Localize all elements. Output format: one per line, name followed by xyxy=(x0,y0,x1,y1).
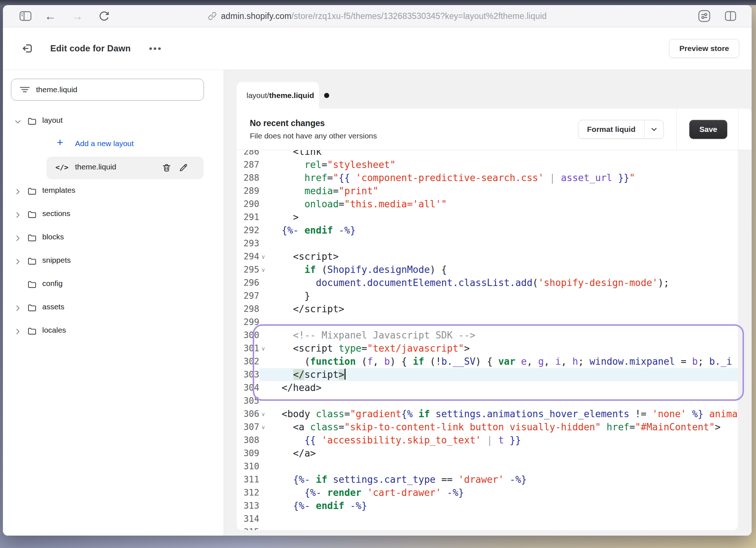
chevron-right-icon[interactable] xyxy=(14,188,22,196)
sidebar-item-theme-liquid[interactable]: </>theme.liquid xyxy=(3,156,224,180)
code-text[interactable]: {%- if settings.cart_type == 'drawer' -%… xyxy=(267,473,738,486)
code-line-309[interactable]: 309 </a> xyxy=(237,447,738,460)
code-text[interactable]: rel="stylesheet" xyxy=(267,158,738,171)
code-line-307[interactable]: 307∨ <a class="skip-to-content-link butt… xyxy=(237,420,738,434)
code-line-288[interactable]: 288 href="{{ 'component-predictive-searc… xyxy=(237,171,738,184)
code-text[interactable]: href="{{ 'component-predictive-search.cs… xyxy=(267,171,738,184)
page-settings-icon[interactable] xyxy=(696,8,712,24)
tab-theme-liquid[interactable]: layout/theme.liquid xyxy=(237,82,319,109)
delete-file-icon[interactable] xyxy=(162,163,172,173)
code-text[interactable] xyxy=(267,394,738,407)
code-line-303[interactable]: 303 </script> xyxy=(237,368,738,381)
preview-store-button[interactable]: Preview store xyxy=(669,39,739,58)
code-text[interactable]: </head> xyxy=(267,381,738,394)
code-text[interactable]: {%- render 'cart-drawer' -%} xyxy=(267,486,738,499)
chevron-right-icon[interactable] xyxy=(14,234,22,242)
fold-chevron-icon[interactable]: ∨ xyxy=(259,250,267,263)
code-line-286[interactable]: 286 <link xyxy=(237,150,738,158)
code-line-295[interactable]: 295∨ if (Shopify.designMode) { xyxy=(237,263,738,276)
format-options-chevron[interactable] xyxy=(645,120,664,138)
code-line-313[interactable]: 313 {%- endif -%} xyxy=(237,499,738,512)
code-line-299[interactable]: 299 xyxy=(237,316,738,329)
sidebar-toggle-icon[interactable] xyxy=(17,8,34,24)
code-text[interactable] xyxy=(267,316,738,329)
save-button[interactable]: Save xyxy=(689,120,727,139)
sidebar-item-sections[interactable]: sections xyxy=(3,203,224,226)
code-text[interactable]: </a> xyxy=(267,447,738,460)
code-line-305[interactable]: 305 xyxy=(237,394,738,407)
code-line-298[interactable]: 298 </script> xyxy=(237,302,738,316)
code-text[interactable] xyxy=(267,460,738,473)
sidebar-item-snippets[interactable]: snippets xyxy=(3,250,224,273)
code-line-287[interactable]: 287 rel="stylesheet" xyxy=(237,158,738,171)
chevron-right-icon[interactable] xyxy=(14,304,22,312)
more-actions-button[interactable]: ••• xyxy=(149,47,162,50)
code-text[interactable]: <a class="skip-to-content-link button vi… xyxy=(267,420,738,434)
split-view-icon[interactable] xyxy=(722,8,739,24)
sidebar-item-assets[interactable]: assets xyxy=(3,296,224,320)
address-bar[interactable]: admin.shopify.com/store/rzq1xu-f5/themes… xyxy=(3,11,752,21)
code-line-291[interactable]: 291 > xyxy=(237,211,738,224)
code-line-310[interactable]: 310 xyxy=(237,460,738,473)
code-text[interactable]: {%- endif -%} xyxy=(267,224,738,237)
code-line-293[interactable]: 293 xyxy=(237,237,738,250)
file-search-input[interactable]: theme.liquid xyxy=(11,79,204,101)
code-line-302[interactable]: 302 (function (f, b) { if (!b.__SV) { va… xyxy=(237,355,738,368)
code-text[interactable] xyxy=(267,525,738,530)
code-line-314[interactable]: 314 xyxy=(237,512,738,525)
add-layout-link[interactable]: Add a new layout xyxy=(75,139,134,148)
code-line-301[interactable]: 301∨ <script type="text/javascript"> xyxy=(237,342,738,355)
chevron-down-icon[interactable] xyxy=(14,118,22,126)
code-line-311[interactable]: 311 {%- if settings.cart_type == 'drawer… xyxy=(237,473,738,486)
sidebar-item-locales[interactable]: locales xyxy=(3,320,224,343)
code-line-306[interactable]: 306∨ <body class="gradient{% if settings… xyxy=(237,407,738,420)
code-text[interactable]: <script type="text/javascript"> xyxy=(267,342,738,355)
code-text[interactable]: onload="this.media='all'" xyxy=(267,197,738,211)
sidebar-item-add-a-new-layout[interactable]: +Add a new layout xyxy=(3,133,224,156)
exit-editor-icon[interactable] xyxy=(22,43,34,54)
code-text[interactable]: (function (f, b) { if (!b.__SV) { var e,… xyxy=(267,355,738,368)
code-text[interactable]: if (Shopify.designMode) { xyxy=(267,263,738,276)
code-text[interactable]: <!-- Mixpanel Javascript SDK --> xyxy=(267,329,738,342)
code-text[interactable]: media="print" xyxy=(267,184,738,197)
code-text[interactable]: <body class="gradient{% if settings.anim… xyxy=(267,407,738,420)
code-line-292[interactable]: 292 {%- endif -%} xyxy=(237,224,738,237)
fold-chevron-icon[interactable]: ∨ xyxy=(259,263,267,276)
sidebar-item-config[interactable]: config xyxy=(3,273,224,296)
code-line-290[interactable]: 290 onload="this.media='all'" xyxy=(237,197,738,211)
code-text[interactable]: } xyxy=(267,289,738,302)
code-line-296[interactable]: 296 document.documentElement.classList.a… xyxy=(237,276,738,289)
sidebar-item-layout[interactable]: layout xyxy=(3,110,224,133)
code-line-297[interactable]: 297 } xyxy=(237,289,738,302)
code-line-289[interactable]: 289 media="print" xyxy=(237,184,738,197)
code-line-300[interactable]: 300 <!-- Mixpanel Javascript SDK --> xyxy=(237,329,738,342)
format-liquid-split-button[interactable]: Format liquid xyxy=(578,120,664,139)
code-text[interactable] xyxy=(267,512,738,525)
code-line-304[interactable]: 304 </head> xyxy=(237,381,738,394)
code-text[interactable]: </script> xyxy=(267,302,738,316)
code-text[interactable]: <link xyxy=(267,150,738,158)
fold-chevron-icon[interactable]: ∨ xyxy=(259,342,267,355)
code-text[interactable]: document.documentElement.classList.add('… xyxy=(267,276,738,289)
chevron-right-icon[interactable] xyxy=(14,328,22,336)
code-editor[interactable]: 286 <link287 rel="stylesheet"288 href="{… xyxy=(237,150,738,530)
fold-chevron-icon[interactable]: ∨ xyxy=(259,420,267,434)
code-line-315[interactable]: 315 xyxy=(237,525,738,530)
reload-button[interactable] xyxy=(96,8,112,24)
code-text[interactable]: {%- endif -%} xyxy=(267,499,738,512)
code-text[interactable]: {{ 'accessibility.skip_to_text' | t }} xyxy=(267,434,738,447)
code-text[interactable]: <script> xyxy=(267,250,738,263)
code-line-308[interactable]: 308 {{ 'accessibility.skip_to_text' | t … xyxy=(237,434,738,447)
fold-chevron-icon[interactable]: ∨ xyxy=(259,407,267,420)
forward-button[interactable]: → xyxy=(69,8,85,24)
rename-file-icon[interactable] xyxy=(178,163,188,173)
code-text[interactable]: </script> xyxy=(267,368,738,381)
code-text[interactable]: > xyxy=(267,211,738,224)
code-text[interactable] xyxy=(267,237,738,250)
code-line-294[interactable]: 294∨ <script> xyxy=(237,250,738,263)
chevron-right-icon[interactable] xyxy=(14,211,22,219)
sidebar-item-blocks[interactable]: blocks xyxy=(3,226,224,250)
back-button[interactable]: ← xyxy=(42,8,58,24)
chevron-right-icon[interactable] xyxy=(14,258,22,266)
sidebar-item-templates[interactable]: templates xyxy=(3,180,224,203)
